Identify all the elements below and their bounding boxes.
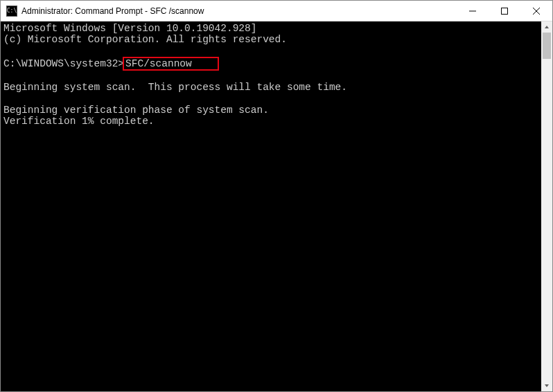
blank-line	[3, 45, 538, 56]
command-text: SFC/scannow	[125, 58, 192, 69]
cmd-icon-text: C:\	[7, 8, 17, 14]
cmd-icon: C:\	[6, 6, 17, 17]
scroll-down-button[interactable]	[541, 380, 552, 391]
close-button[interactable]	[520, 1, 552, 21]
svg-marker-5	[545, 384, 549, 387]
window-title: Administrator: Command Prompt - SFC /sca…	[21, 6, 457, 16]
maximize-button[interactable]	[489, 1, 520, 21]
blank-line	[3, 93, 538, 104]
verification-progress-line: Verification 1% complete.	[3, 116, 538, 127]
vertical-scrollbar[interactable]	[541, 21, 552, 391]
scroll-track[interactable]	[541, 33, 552, 380]
copyright-line: (c) Microsoft Corporation. All rights re…	[3, 34, 538, 45]
window-controls	[457, 1, 552, 21]
scroll-thumb[interactable]	[543, 33, 551, 59]
scan-begin-line: Beginning system scan. This process will…	[3, 82, 538, 93]
scroll-up-button[interactable]	[541, 21, 552, 33]
minimize-button[interactable]	[457, 1, 489, 21]
prompt-path: C:\WINDOWS\system32>	[3, 58, 124, 69]
svg-rect-1	[502, 8, 508, 14]
prompt-line: C:\WINDOWS\system32>SFC/scannow	[3, 57, 538, 71]
blank-line	[3, 71, 538, 82]
verification-phase-line: Beginning verification phase of system s…	[3, 105, 538, 116]
terminal-area: Microsoft Windows [Version 10.0.19042.92…	[1, 21, 552, 391]
terminal-output[interactable]: Microsoft Windows [Version 10.0.19042.92…	[1, 21, 541, 391]
svg-marker-4	[545, 26, 549, 28]
window-titlebar: C:\ Administrator: Command Prompt - SFC …	[1, 1, 552, 21]
command-highlight: SFC/scannow	[123, 57, 219, 71]
version-line: Microsoft Windows [Version 10.0.19042.92…	[3, 23, 538, 34]
